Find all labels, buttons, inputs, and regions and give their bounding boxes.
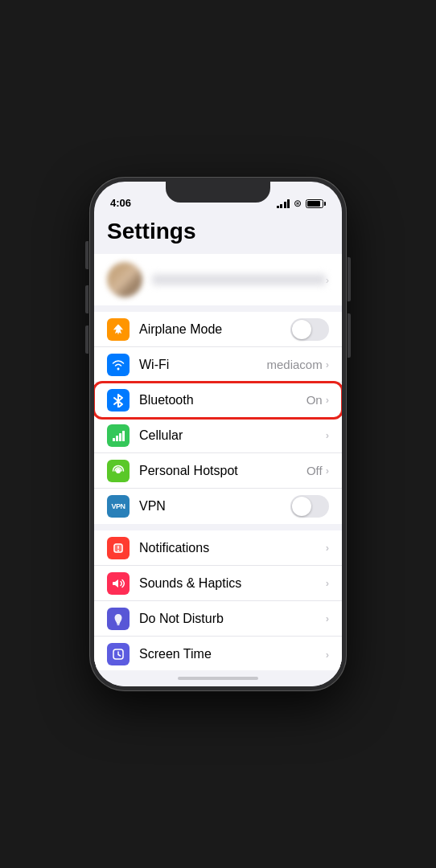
- notifications-chevron: ›: [326, 542, 329, 554]
- profile-info: [107, 262, 326, 297]
- profile-row[interactable]: ›: [94, 254, 342, 305]
- wifi-row[interactable]: Wi-Fi mediacom ›: [94, 347, 342, 383]
- bluetooth-value: On: [306, 393, 323, 407]
- cellular-icon: [107, 424, 130, 447]
- wifi-value: mediacom: [266, 358, 322, 371]
- hotspot-label: Personal Hotspot: [139, 464, 306, 478]
- vpn-label: VPN: [139, 499, 290, 514]
- home-bar: [94, 670, 342, 686]
- bluetooth-icon: [107, 389, 130, 411]
- profile-chevron: ›: [326, 274, 329, 286]
- cellular-row[interactable]: Cellular ›: [94, 418, 342, 453]
- dnd-chevron: ›: [326, 612, 329, 624]
- vpn-row[interactable]: VPN VPN: [94, 489, 342, 524]
- content-area: Settings ›: [94, 212, 342, 670]
- wifi-chevron: ›: [326, 358, 329, 371]
- wifi-settings-icon: [107, 354, 130, 376]
- sounds-label: Sounds & Haptics: [139, 576, 326, 591]
- svg-point-7: [117, 550, 119, 551]
- bluetooth-chevron: ›: [326, 394, 329, 406]
- svg-rect-8: [117, 546, 119, 549]
- airplane-icon: [107, 318, 130, 341]
- phone-screen: 4:06 ⊛: [94, 182, 342, 686]
- screentime-row[interactable]: Screen Time ›: [94, 637, 342, 670]
- hotspot-value: Off: [306, 464, 323, 477]
- notifications-icon: [107, 537, 130, 559]
- svg-rect-3: [122, 431, 125, 441]
- svg-rect-9: [117, 623, 120, 624]
- svg-rect-2: [119, 433, 121, 441]
- bluetooth-label: Bluetooth: [139, 393, 306, 407]
- hotspot-icon: [107, 460, 130, 482]
- notifications-row[interactable]: Notifications ›: [94, 530, 342, 566]
- cellular-label: Cellular: [139, 428, 326, 443]
- vpn-toggle[interactable]: [290, 495, 329, 518]
- hotspot-chevron: ›: [326, 465, 329, 477]
- notch: [166, 182, 270, 203]
- screentime-icon: [107, 643, 130, 665]
- dnd-icon: [107, 608, 130, 630]
- svg-rect-0: [113, 438, 115, 441]
- bluetooth-row[interactable]: Bluetooth On ›: [94, 383, 342, 418]
- vpn-icon: VPN: [107, 495, 130, 518]
- network-group: Airplane Mode: [94, 312, 342, 524]
- battery-icon: [306, 199, 326, 208]
- sounds-chevron: ›: [326, 577, 329, 589]
- page-title: Settings: [94, 212, 342, 254]
- screentime-label: Screen Time: [139, 647, 326, 661]
- dnd-label: Do Not Disturb: [139, 612, 326, 626]
- svg-point-4: [116, 469, 121, 473]
- notifications-label: Notifications: [139, 541, 326, 555]
- sounds-row[interactable]: Sounds & Haptics ›: [94, 566, 342, 601]
- dnd-row[interactable]: Do Not Disturb ›: [94, 601, 342, 637]
- status-time: 4:06: [110, 197, 131, 209]
- svg-rect-1: [116, 436, 118, 441]
- wifi-icon: ⊛: [294, 198, 302, 209]
- phone-frame: 4:06 ⊛: [89, 177, 347, 691]
- airplane-mode-row[interactable]: Airplane Mode: [94, 312, 342, 347]
- airplane-label: Airplane Mode: [139, 322, 290, 337]
- sounds-icon: [107, 572, 130, 595]
- wifi-label: Wi-Fi: [139, 358, 266, 372]
- screentime-chevron: ›: [326, 649, 329, 661]
- settings-list: Airplane Mode: [94, 312, 342, 670]
- notifications-group: Notifications › Sounds & Haptics: [94, 530, 342, 670]
- signal-icon: [277, 199, 290, 208]
- hotspot-row[interactable]: Personal Hotspot Off ›: [94, 453, 342, 489]
- cellular-chevron: ›: [326, 429, 329, 441]
- status-icons: ⊛: [277, 198, 327, 209]
- avatar: [107, 262, 142, 297]
- airplane-toggle[interactable]: [290, 318, 329, 341]
- profile-name-blurred: [152, 274, 326, 285]
- home-indicator[interactable]: [178, 677, 258, 680]
